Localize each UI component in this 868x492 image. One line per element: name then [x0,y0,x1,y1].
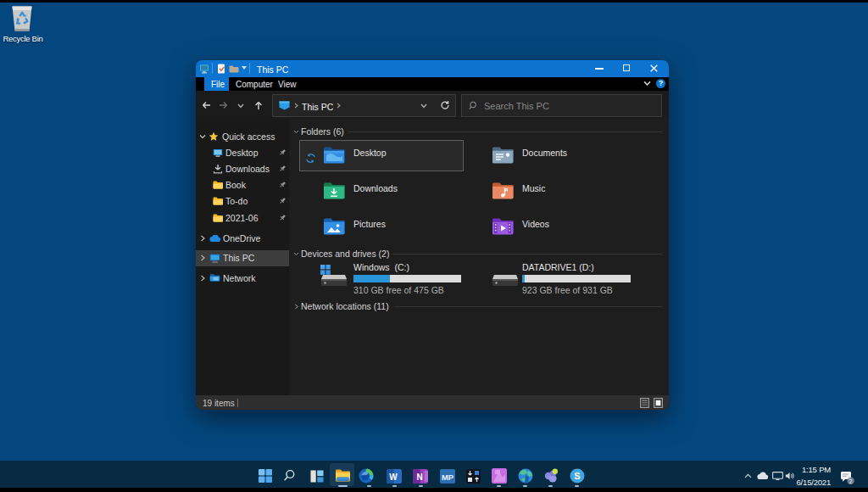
svg-text:N: N [416,472,422,482]
svg-text:S: S [574,471,580,481]
svg-text:MP: MP [442,472,454,482]
svg-text:2: 2 [849,478,853,484]
svg-text:W: W [389,472,398,482]
